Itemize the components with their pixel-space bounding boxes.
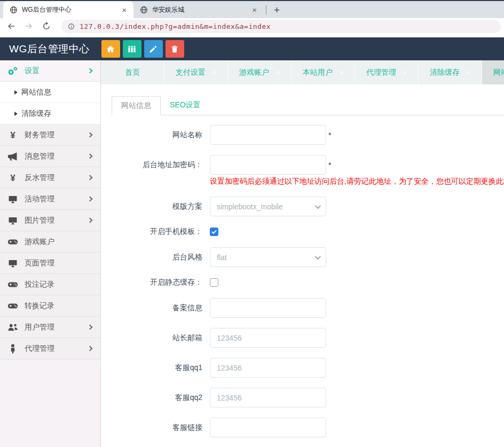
- app-title: WG后台管理中心: [9, 42, 90, 56]
- content-tabs: 网站信息 SEO设置: [112, 96, 504, 115]
- sidebar-item-label: 活动管理: [25, 194, 88, 204]
- page-tab-label: 支付设置: [176, 68, 206, 77]
- new-tab-button[interactable]: +: [269, 5, 285, 15]
- close-icon[interactable]: ×: [467, 68, 471, 76]
- sidebar-item-images[interactable]: 图片管理: [0, 210, 100, 231]
- sidebar-item-label: 图片管理: [25, 216, 88, 225]
- triangle-right-icon: [14, 112, 18, 116]
- gamepad-icon: [7, 301, 18, 311]
- page-tab-site-users[interactable]: 本站用户 ×: [292, 60, 355, 84]
- sidebar-item-game-accounts[interactable]: 游戏账户: [0, 231, 100, 253]
- close-icon[interactable]: ×: [276, 68, 280, 76]
- close-tab-icon[interactable]: ×: [250, 6, 258, 14]
- home-button[interactable]: [101, 40, 120, 58]
- page-tab-payment-settings[interactable]: 支付设置 ×: [164, 60, 228, 84]
- close-icon[interactable]: ×: [403, 68, 407, 76]
- mobile-template-checkbox[interactable]: [210, 228, 218, 236]
- gamepad-icon: [7, 280, 18, 289]
- field-label: 后台地址加密码：: [112, 160, 210, 170]
- field-label: 备案信息: [112, 303, 210, 313]
- browser-tab-admin[interactable]: WG后台管理中心 ×: [3, 1, 133, 18]
- admin-path-password-input[interactable]: [210, 155, 326, 175]
- sidebar-subitem-label: 网站信息: [21, 88, 51, 97]
- webmaster-email-input[interactable]: [210, 328, 326, 348]
- close-icon[interactable]: ×: [340, 68, 344, 76]
- app-header: WG后台管理中心: [0, 37, 504, 60]
- back-icon[interactable]: [6, 21, 16, 31]
- page-tab-game-accounts[interactable]: 游戏账户 ×: [228, 60, 292, 84]
- admin-style-select[interactable]: flat: [210, 247, 326, 267]
- form-row: 客服qq2: [112, 388, 504, 407]
- page-tab-site-info[interactable]: 网站信息 ×: [482, 60, 504, 84]
- static-cache-checkbox[interactable]: [210, 278, 218, 287]
- sidebar-item-activity[interactable]: 活动管理: [0, 189, 100, 210]
- delete-button[interactable]: [166, 40, 184, 58]
- monitor-icon: [7, 194, 18, 204]
- gears-icon: [7, 66, 18, 76]
- check-icon: [211, 229, 217, 235]
- icp-info-input[interactable]: [210, 298, 326, 318]
- sidebar-subitem-site-info[interactable]: 网站信息: [0, 82, 100, 103]
- sidebar-item-messages[interactable]: 消息管理: [0, 146, 100, 167]
- sidebar-item-settings[interactable]: 设置: [0, 60, 100, 82]
- forward-icon[interactable]: [24, 21, 34, 31]
- page-tab-label: 本站用户: [303, 68, 333, 77]
- page-tab-label: 清除缓存: [430, 68, 460, 77]
- page-info-icon[interactable]: [68, 23, 75, 30]
- url-field[interactable]: 127.0.0.3/index.php?g=admin&m=index&a=in…: [61, 20, 501, 33]
- field-label: 开启手机模板：: [112, 227, 210, 237]
- page-tab-agents[interactable]: 代理管理 ×: [355, 60, 419, 84]
- sidebar: 设置 网站信息 清除缓存 ¥ 财务管理 消息管理 ¥ 反水管理: [0, 60, 101, 447]
- header-buttons: [101, 40, 184, 58]
- sidebar-item-conversion-records[interactable]: 转换记录: [0, 295, 100, 317]
- service-qq2-input[interactable]: [210, 388, 326, 407]
- close-tab-icon[interactable]: ×: [120, 6, 128, 14]
- gamepad-icon: [7, 237, 18, 247]
- form-row: 模版方案 simplebootx_mobile: [112, 197, 504, 216]
- yen-icon: ¥: [7, 173, 18, 183]
- form-row: 客服qq1: [112, 358, 504, 378]
- sidebar-item-rebate[interactable]: ¥ 反水管理: [0, 167, 100, 189]
- columns-button[interactable]: [123, 40, 141, 58]
- service-qq1-input[interactable]: [210, 358, 326, 378]
- sidebar-item-agents[interactable]: 代理管理: [0, 338, 100, 359]
- columns-icon: [128, 45, 136, 53]
- sidebar-item-users[interactable]: 用户管理: [0, 317, 100, 338]
- browser-address-bar: 127.0.0.3/index.php?g=admin&m=index&a=in…: [0, 18, 504, 34]
- edit-button[interactable]: [144, 40, 163, 58]
- browser-tab-title: WG后台管理中心: [22, 5, 120, 14]
- chevron-right-icon: [88, 346, 93, 351]
- page-tab-clear-cache[interactable]: 清除缓存 ×: [419, 60, 482, 84]
- yen-icon: ¥: [7, 130, 18, 140]
- sidebar-item-bet-records[interactable]: 投注记录: [0, 274, 100, 295]
- form-row: 客服链接: [112, 418, 504, 437]
- tab-site-info[interactable]: 网站信息: [112, 96, 161, 115]
- sidebar-item-label: 财务管理: [25, 130, 88, 140]
- service-link-input[interactable]: [210, 418, 326, 437]
- site-name-input[interactable]: [210, 125, 326, 145]
- reload-icon[interactable]: [42, 21, 51, 31]
- sidebar-item-pages[interactable]: 页面管理: [0, 253, 100, 274]
- close-icon[interactable]: ×: [212, 68, 217, 76]
- content-panel: 网站信息 SEO设置 网站名称 * 后台地址加密码： * 设置加密码后必须通过以…: [101, 84, 504, 447]
- monitor-icon: [7, 216, 18, 225]
- chevron-right-icon: [88, 325, 93, 330]
- form-row: 站长邮箱: [112, 328, 504, 348]
- sidebar-subitem-clear-cache[interactable]: 清除缓存: [0, 103, 100, 124]
- chevron-down-icon: [315, 202, 321, 208]
- sidebar-item-finance[interactable]: ¥ 财务管理: [0, 124, 100, 146]
- page-tab-label: 代理管理: [366, 68, 396, 77]
- browser-tab-strip: WG后台管理中心 × 华安娱乐城 × +: [0, 0, 504, 18]
- template-select[interactable]: simplebootx_mobile: [210, 197, 326, 216]
- tab-seo-settings[interactable]: SEO设置: [161, 96, 210, 115]
- chevron-right-icon: [88, 197, 93, 202]
- chevron-right-icon: [88, 175, 93, 181]
- form-row: 后台地址加密码： *: [112, 155, 504, 175]
- page-tab-home[interactable]: 首页: [101, 60, 164, 84]
- field-label: 模版方案: [112, 202, 210, 211]
- monitor-icon: [7, 258, 18, 268]
- form-row: 开启静态缓存：: [112, 277, 504, 288]
- chevron-right-icon: [88, 218, 93, 223]
- sidebar-item-label: 反水管理: [25, 173, 88, 183]
- browser-tab-casino[interactable]: 华安娱乐城 ×: [133, 1, 264, 18]
